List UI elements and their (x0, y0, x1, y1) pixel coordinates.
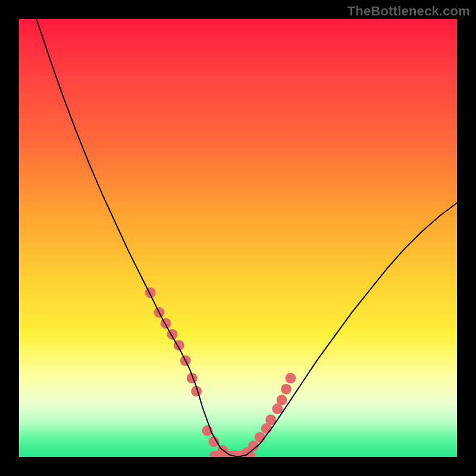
fit-curve-layer (36, 19, 457, 457)
data-point (285, 373, 296, 384)
plot-area (19, 19, 457, 457)
chart-overlay (19, 19, 457, 457)
data-point (255, 432, 265, 443)
fit-curve (36, 19, 457, 457)
data-point (277, 394, 287, 405)
data-point (281, 384, 292, 394)
data-points-layer (145, 287, 296, 457)
data-point (161, 318, 171, 329)
data-point (145, 287, 156, 298)
watermark-text: TheBottleneck.com (347, 4, 470, 19)
chart-frame: TheBottleneck.com (0, 0, 476, 476)
